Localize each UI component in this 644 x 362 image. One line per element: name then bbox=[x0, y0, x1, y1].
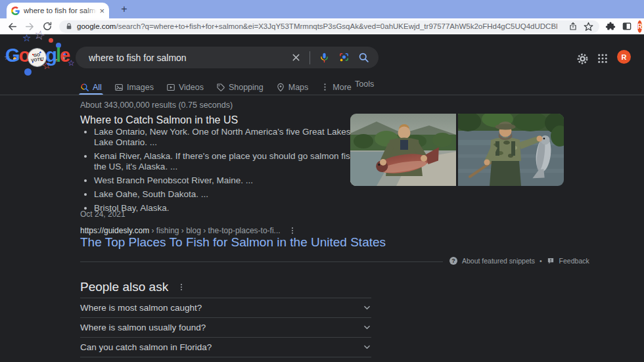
result-breadcrumb-row: https://guidesly.com › fishing › blog › … bbox=[80, 226, 296, 235]
help-icon: ? bbox=[449, 257, 457, 265]
feedback-flag-icon bbox=[547, 257, 555, 265]
images-tab-icon bbox=[114, 83, 124, 92]
tab-all[interactable]: All bbox=[80, 79, 102, 95]
about-featured-snippets-link[interactable]: About featured snippets bbox=[462, 257, 535, 265]
people-also-ask-list: Where is most salmon caught? Where is sa… bbox=[80, 298, 371, 357]
doodle-dot bbox=[24, 68, 32, 76]
settings-gear-icon[interactable] bbox=[576, 53, 589, 65]
people-also-ask-header: People also ask bbox=[80, 280, 185, 294]
chevron-down-icon bbox=[363, 304, 371, 312]
paa-question-row[interactable]: Where is salmon usually found? bbox=[80, 317, 371, 337]
featured-snippet-heading: Where to Catch Salmon in the US bbox=[80, 114, 238, 126]
tab-close-icon[interactable]: × bbox=[99, 7, 104, 15]
side-panel-icon[interactable] bbox=[622, 21, 632, 32]
chevron-down-icon bbox=[363, 323, 371, 332]
snippet-image-angler-red-salmon[interactable] bbox=[350, 114, 456, 186]
search-results-page: ☆ ☆ ☆ ☆ ★ ☆ ★ GoGOVOTE!gle where to fish… bbox=[0, 35, 644, 362]
doodle-star-icon: ☆ bbox=[22, 33, 31, 43]
browser-profile-avatar[interactable]: R bbox=[637, 20, 642, 33]
more-kebab-icon bbox=[321, 83, 329, 91]
google-account-avatar[interactable]: R bbox=[617, 50, 631, 64]
back-button[interactable] bbox=[7, 21, 18, 32]
chevron-down-icon bbox=[363, 343, 371, 351]
address-bar[interactable]: google.com/search?q=where+to+fish+for+sa… bbox=[59, 20, 599, 33]
people-also-ask-title: People also ask bbox=[80, 280, 168, 294]
screenshot-root: { "browser": { "tab_title": "where to fi… bbox=[0, 0, 644, 362]
search-submit-icon[interactable] bbox=[358, 52, 369, 63]
extensions-puzzle-icon[interactable] bbox=[605, 21, 616, 32]
url-text: google.com/search?q=where+to+fish+for+sa… bbox=[77, 22, 557, 30]
lock-icon[interactable] bbox=[65, 22, 73, 30]
snippet-bullet: Kenai River, Alaska. If there's one plac… bbox=[94, 151, 377, 172]
snippet-image-angler-silver-salmon[interactable] bbox=[458, 114, 564, 186]
feedback-link[interactable]: Feedback bbox=[559, 257, 589, 265]
snippet-attribution-divider bbox=[80, 261, 443, 262]
snippet-bullet: West Branch Penobscot River, Maine. ... bbox=[94, 175, 377, 186]
doodle-dot bbox=[49, 38, 53, 43]
google-doodle-logo[interactable]: ☆ ☆ ☆ ☆ ★ ☆ ★ GoGOVOTE!gle bbox=[5, 37, 74, 80]
featured-snippet-images bbox=[350, 114, 564, 186]
maps-tab-icon bbox=[276, 83, 285, 92]
browser-tab-strip: where to fish for salmon - Goo × + bbox=[0, 0, 644, 18]
tab-images[interactable]: Images bbox=[114, 79, 154, 95]
snippet-bullet: Lake Ontario, New York. One of North Ame… bbox=[94, 127, 377, 148]
tab-maps[interactable]: Maps bbox=[276, 79, 309, 95]
google-lens-icon[interactable] bbox=[338, 52, 350, 63]
go-vote-badge: GOVOTE! bbox=[28, 47, 47, 67]
tab-videos[interactable]: Videos bbox=[166, 79, 204, 95]
search-tab-icon bbox=[80, 83, 89, 92]
tab-shopping[interactable]: Shopping bbox=[216, 79, 264, 95]
search-divider bbox=[310, 51, 310, 64]
result-type-tabs: All Images Videos Shopping Maps bbox=[80, 79, 352, 95]
tools-button[interactable]: Tools bbox=[355, 79, 374, 89]
videos-tab-icon bbox=[166, 83, 175, 92]
browser-tab[interactable]: where to fish for salmon - Goo × bbox=[7, 3, 109, 18]
reload-button[interactable] bbox=[42, 21, 53, 32]
google-logo-word: GoGOVOTE!gle bbox=[5, 45, 69, 66]
shopping-tab-icon bbox=[216, 83, 225, 92]
forward-button[interactable] bbox=[24, 21, 35, 32]
paa-question-row[interactable]: Can you catch salmon in Florida? bbox=[80, 337, 371, 357]
google-favicon-icon bbox=[11, 7, 20, 15]
result-kebab-icon[interactable] bbox=[288, 227, 296, 235]
search-query-text[interactable]: where to fish for salmon bbox=[89, 53, 283, 63]
bookmark-star-icon[interactable] bbox=[584, 22, 593, 32]
snippet-date: Oct 24, 2021 bbox=[80, 210, 126, 219]
snippet-attribution: ? About featured snippets • Feedback bbox=[449, 257, 589, 265]
tab-title: where to fish for salmon - Goo bbox=[24, 7, 97, 14]
snippet-bullet: Bristol Bay, Alaska. bbox=[94, 203, 377, 214]
people-also-ask-kebab-icon[interactable] bbox=[177, 283, 185, 291]
result-title-link[interactable]: The Top Places To Fish for Salmon in the… bbox=[80, 235, 386, 250]
voice-search-mic-icon[interactable] bbox=[319, 52, 330, 63]
paa-question-row[interactable]: Where is most salmon caught? bbox=[80, 298, 371, 317]
results-stats: About 343,000,000 results (0.75 seconds) bbox=[80, 101, 233, 110]
clear-search-icon[interactable] bbox=[291, 53, 301, 62]
browser-toolbar: google.com/search?q=where+to+fish+for+sa… bbox=[0, 18, 644, 35]
tab-more[interactable]: More bbox=[321, 79, 351, 95]
dot-separator: • bbox=[540, 257, 542, 265]
search-box[interactable]: where to fish for salmon bbox=[76, 47, 379, 68]
snippet-bullet: Lake Oahe, South Dakota. ... bbox=[94, 189, 377, 200]
result-breadcrumb[interactable]: https://guidesly.com › fishing › blog › … bbox=[80, 226, 281, 235]
share-icon[interactable] bbox=[568, 22, 578, 31]
new-tab-button[interactable]: + bbox=[118, 3, 130, 15]
featured-snippet-list: Lake Ontario, New York. One of North Ame… bbox=[80, 127, 377, 217]
google-apps-grid-icon[interactable] bbox=[597, 53, 608, 64]
header-divider bbox=[0, 95, 644, 95]
